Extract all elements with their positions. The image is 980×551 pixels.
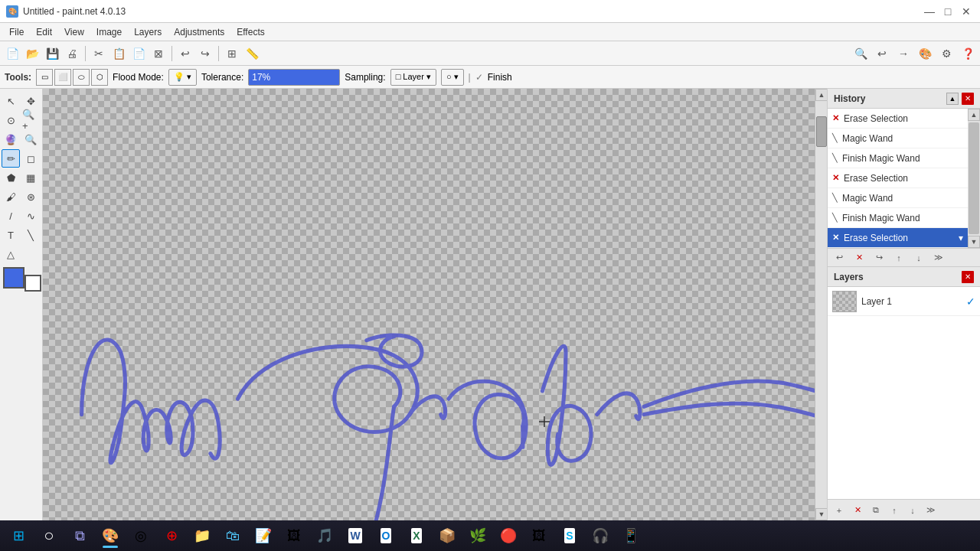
taskbar-app5[interactable]: 🎧 (586, 522, 614, 549)
history-item-2[interactable]: ╲ Magic Wand (828, 129, 968, 148)
copy-button[interactable]: 📋 (109, 44, 128, 63)
history-item-6[interactable]: ╲ Finish Magic Wand (828, 208, 968, 228)
tool-lasso[interactable]: ⊙ (2, 111, 20, 129)
settings-button[interactable]: ⚙ (937, 44, 956, 63)
menu-layers[interactable]: Layers (128, 25, 168, 39)
sampling-dropdown[interactable]: □ Layer ▾ (390, 69, 436, 86)
layer-duplicate-btn[interactable]: ⧉ (867, 503, 884, 518)
taskbar-opera[interactable]: ⊕ (158, 522, 185, 549)
tool-zoom[interactable]: 🔍+ (21, 111, 40, 129)
history-item-1[interactable]: ✕ Erase Selection (828, 109, 968, 129)
taskbar-outlook[interactable]: O (372, 522, 400, 549)
scroll-down-button[interactable]: ▼ (815, 508, 828, 520)
menu-view[interactable]: View (58, 25, 90, 39)
crop-button[interactable]: ⊠ (149, 44, 168, 63)
tool-arrow[interactable]: ↖ (2, 92, 20, 110)
history-scroll-up[interactable]: ▲ (946, 93, 959, 105)
scroll-up-button[interactable]: ▲ (815, 89, 828, 101)
taskbar-photos[interactable]: 🖼 (280, 522, 308, 549)
history-redo-btn[interactable]: ↪ (871, 250, 887, 266)
redo-button[interactable]: ↪ (196, 44, 214, 63)
layers-close-button[interactable]: ✕ (962, 271, 974, 283)
grid-button[interactable]: ⊞ (223, 44, 241, 63)
freeform-select-btn[interactable]: ⬡ (91, 69, 108, 86)
history-item-5[interactable]: ╲ Magic Wand (828, 188, 968, 208)
layer-add-btn[interactable]: + (831, 503, 848, 518)
undo-button[interactable]: ↩ (176, 44, 194, 63)
cut-button[interactable]: ✂ (90, 44, 108, 63)
taskbar-explorer[interactable]: 📁 (188, 522, 216, 549)
canvas-area[interactable] (43, 89, 815, 520)
tool-magic-wand[interactable]: 🔮 (2, 130, 20, 148)
mode-dropdown[interactable]: ○ ▾ (441, 69, 464, 86)
history-undo-btn[interactable]: ↩ (831, 250, 848, 266)
new-button[interactable]: 📄 (3, 44, 21, 63)
layer-item-1[interactable]: Layer 1 ✓ (828, 287, 980, 316)
history-up-btn[interactable]: ↑ (890, 250, 907, 266)
taskbar-chrome[interactable]: ◎ (127, 522, 155, 549)
tool-shapes[interactable]: △ (2, 245, 20, 263)
tool-zoom-out[interactable]: 🔍 (21, 130, 40, 148)
help-button[interactable]: ❓ (959, 44, 977, 63)
taskbar-notepad[interactable]: 📝 (250, 522, 277, 549)
tool-pencil[interactable]: ✏ (2, 149, 20, 168)
tool-blur[interactable]: ∿ (21, 207, 40, 225)
taskbar-skype[interactable]: S (556, 522, 583, 549)
taskbar-app3[interactable]: 🔴 (495, 522, 522, 549)
taskbar-search[interactable]: ○ (35, 522, 63, 549)
canvas-vscrollbar[interactable]: ▲ ▼ (815, 89, 827, 520)
menu-effects[interactable]: Effects (230, 25, 270, 39)
history-item-7[interactable]: ✕ Erase Selection ▾ (828, 228, 968, 248)
scroll-thumb[interactable] (816, 116, 827, 147)
tool-clone[interactable]: ⊛ (21, 187, 40, 206)
taskbar-start[interactable]: ⊞ (5, 522, 32, 549)
maximize-button[interactable]: □ (940, 4, 956, 19)
layer-merge-btn[interactable]: ≫ (923, 503, 939, 518)
tool-line[interactable]: ╲ (21, 226, 40, 244)
tool-text[interactable]: T (2, 226, 20, 244)
ruler-button[interactable]: 📏 (243, 44, 261, 63)
history-down-btn[interactable]: ↓ (910, 250, 927, 266)
history-scroll-down-btn[interactable]: ▼ (968, 236, 980, 248)
tool-brush[interactable]: 🖌 (2, 187, 20, 206)
taskbar-app6[interactable]: 📱 (617, 522, 645, 549)
taskbar-store[interactable]: 🛍 (219, 522, 247, 549)
history-delete-btn[interactable]: ✕ (851, 250, 867, 266)
save-button[interactable]: 💾 (43, 44, 61, 63)
color-wheel-button[interactable]: 🎨 (916, 44, 934, 63)
taskbar-app4[interactable]: 🖼 (525, 522, 553, 549)
menu-file[interactable]: File (3, 25, 30, 39)
taskbar-word[interactable]: W (341, 522, 369, 549)
tool-recolor[interactable]: / (2, 207, 20, 225)
taskbar-excel[interactable]: X (403, 522, 430, 549)
secondary-color[interactable] (24, 275, 41, 292)
taskbar-app1[interactable]: 📦 (433, 522, 461, 549)
open-button[interactable]: 📂 (23, 44, 41, 63)
tolerance-input[interactable] (248, 69, 340, 86)
ellipse-select-btn[interactable]: ⬭ (73, 69, 90, 86)
flood-mode-dropdown[interactable]: 💡 ▾ (168, 69, 197, 86)
tool-eraser[interactable]: ◻ (21, 149, 40, 168)
tool-move[interactable]: ✥ (21, 92, 40, 110)
menu-image[interactable]: Image (90, 25, 128, 39)
layer-delete-btn[interactable]: ✕ (849, 503, 866, 518)
taskbar-paintnet[interactable]: 🎨 (96, 522, 124, 549)
back-button[interactable]: ↩ (873, 44, 891, 63)
taskbar-taskview[interactable]: ⧉ (66, 522, 93, 549)
history-more-btn[interactable]: ≫ (930, 250, 947, 266)
paste-button[interactable]: 📄 (129, 44, 148, 63)
forward-button[interactable]: → (894, 44, 913, 63)
taskbar-cortana[interactable]: 🎵 (311, 522, 338, 549)
menu-edit[interactable]: Edit (30, 25, 58, 39)
layer-1-visibility[interactable]: ✓ (966, 295, 975, 308)
tool-paint-bucket[interactable]: ⬟ (2, 168, 20, 187)
history-scroll-up-btn[interactable]: ▲ (968, 109, 980, 121)
history-close-button[interactable]: ✕ (962, 93, 974, 105)
tool-gradient[interactable]: ▦ (21, 168, 40, 187)
history-item-4[interactable]: ✕ Erase Selection (828, 168, 968, 188)
zoom-button[interactable]: 🔍 (851, 44, 870, 63)
primary-color[interactable] (3, 267, 24, 289)
layer-down-btn[interactable]: ↓ (904, 503, 921, 518)
tool-shapes2[interactable] (21, 245, 40, 263)
history-item-3[interactable]: ╲ Finish Magic Wand (828, 148, 968, 168)
